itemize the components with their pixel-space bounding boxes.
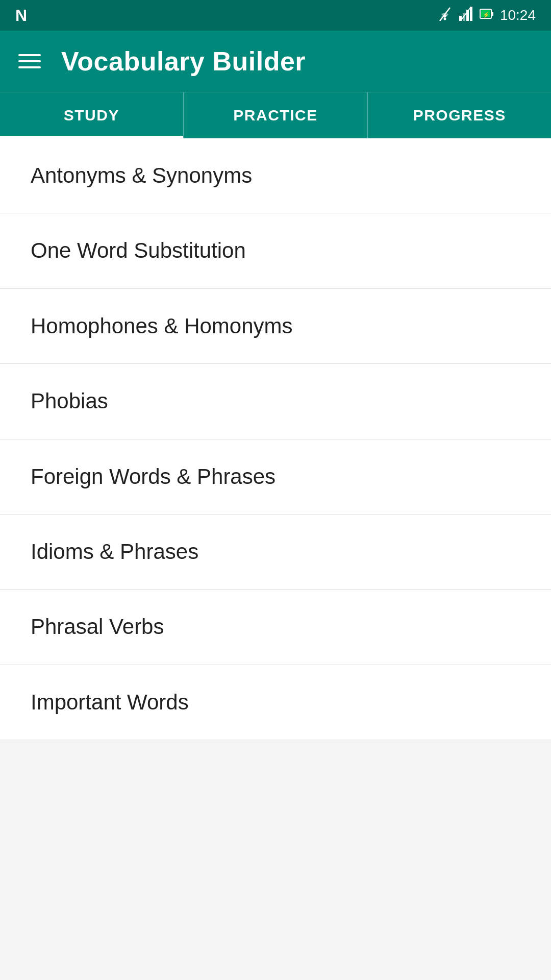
- list-item-one-word-substitution[interactable]: One Word Substitution: [0, 213, 551, 288]
- list-item-antonyms-synonyms[interactable]: Antonyms & Synonyms: [0, 138, 551, 213]
- list-item-label: Homophones & Homonyms: [31, 314, 293, 338]
- svg-rect-2: [459, 16, 462, 21]
- tab-progress[interactable]: PROGRESS: [368, 92, 551, 138]
- list-item-label: Phrasal Verbs: [31, 615, 164, 639]
- list-item-label: Important Words: [31, 690, 189, 714]
- tab-practice[interactable]: PRACTICE: [184, 92, 368, 138]
- app-title: Vocabulary Builder: [61, 46, 306, 77]
- app-bar: Vocabulary Builder: [0, 31, 551, 92]
- status-time: 10:24: [500, 7, 536, 23]
- svg-text:⚡: ⚡: [483, 11, 490, 18]
- list-item-label: Phobias: [31, 389, 108, 413]
- signal-icon: [459, 7, 473, 24]
- list-item-idioms-phrases[interactable]: Idioms & Phrases: [0, 514, 551, 590]
- tab-study[interactable]: STUDY: [0, 92, 184, 138]
- list-item-label: Idioms & Phrases: [31, 540, 198, 564]
- tab-bar: STUDY PRACTICE PROGRESS: [0, 92, 551, 138]
- list-item-label: Antonyms & Synonyms: [31, 163, 252, 187]
- svg-rect-5: [470, 7, 472, 21]
- list-item-foreign-words-phrases[interactable]: Foreign Words & Phrases: [0, 439, 551, 514]
- list-item-homophones-homonyms[interactable]: Homophones & Homonyms: [0, 289, 551, 364]
- list-item-phrasal-verbs[interactable]: Phrasal Verbs: [0, 590, 551, 665]
- status-bar-left: N: [15, 6, 27, 25]
- app-logo-icon: N: [15, 6, 27, 25]
- menu-button[interactable]: [18, 54, 41, 68]
- list-item-label: One Word Substitution: [31, 238, 246, 262]
- svg-point-0: [443, 18, 446, 20]
- study-list: Antonyms & Synonyms One Word Substitutio…: [0, 138, 551, 740]
- status-bar-right: ⚡ 10:24: [437, 7, 536, 24]
- wifi-icon: [437, 7, 453, 24]
- list-item-phobias[interactable]: Phobias: [0, 364, 551, 439]
- list-item-label: Foreign Words & Phrases: [31, 464, 276, 488]
- svg-rect-8: [491, 12, 493, 16]
- svg-line-6: [461, 8, 470, 20]
- battery-icon: ⚡: [480, 7, 494, 24]
- list-item-important-words[interactable]: Important Words: [0, 665, 551, 740]
- status-bar: N ⚡: [0, 0, 551, 31]
